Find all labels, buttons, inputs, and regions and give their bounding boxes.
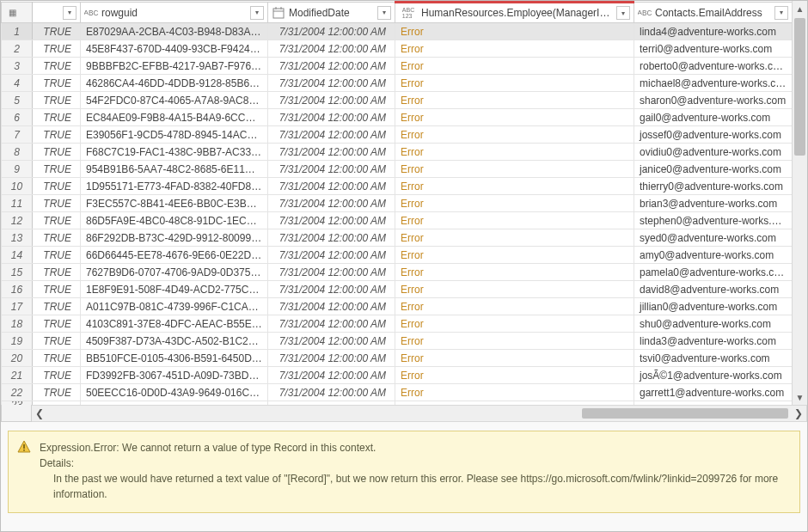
- row-number[interactable]: 10: [2, 178, 33, 195]
- cell-modifieddate[interactable]: 7/31/2004 12:00:00 AM: [268, 109, 395, 126]
- cell-bool[interactable]: TRUE: [33, 109, 81, 126]
- cell-rowguid[interactable]: BB510FCE-0105-4306-B591-6450D9EBF4…: [81, 350, 268, 367]
- cell-bool[interactable]: TRUE: [33, 350, 81, 367]
- cell-title-error[interactable]: Error: [395, 367, 634, 384]
- cell-title-error[interactable]: Error: [395, 161, 634, 178]
- cell-modifieddate[interactable]: 7/31/2004 12:00:00 AM: [268, 315, 395, 333]
- cell-title-error[interactable]: Error: [395, 264, 634, 281]
- cell-email[interactable]: david8@adventure-works.com: [634, 281, 793, 298]
- row-number[interactable]: 9: [2, 161, 33, 178]
- cell-bool[interactable]: TRUE: [33, 40, 81, 58]
- cell-modifieddate[interactable]: 7/31/2004 12:00:00 AM: [268, 178, 395, 195]
- cell-email[interactable]: linda3@adventure-works.com: [634, 333, 793, 350]
- cell-modifieddate[interactable]: 7/31/2004 12:00:00 AM: [268, 229, 395, 247]
- scroll-up-arrow[interactable]: ▲: [793, 1, 807, 16]
- row-number[interactable]: 1: [2, 23, 33, 40]
- cell-title-error[interactable]: Error: [395, 298, 634, 315]
- table-row[interactable]: 11TRUEF3EC557C-8B41-4EE6-BB0C-E3B93AFF81…: [2, 195, 793, 212]
- cell-modifieddate[interactable]: 7/31/2004 12:00:00 AM: [268, 247, 395, 264]
- table-row[interactable]: 12TRUE86D5FA9E-4BC0-48C8-91DC-1EC467418……: [2, 212, 793, 229]
- row-number[interactable]: 2: [2, 40, 33, 58]
- row-number[interactable]: 23: [2, 401, 33, 406]
- row-number[interactable]: 19: [2, 333, 33, 350]
- cell-title-error[interactable]: Error: [395, 109, 634, 126]
- cell-title-error[interactable]: Error: [395, 229, 634, 247]
- cell-modifieddate[interactable]: 7/31/2004 12:00:00 AM: [268, 40, 395, 58]
- cell-modifieddate[interactable]: 7/31/2004 12:00:00 AM: [268, 264, 395, 281]
- cell-email[interactable]: michael8@adventure-works.com: [634, 75, 793, 92]
- cell-rowguid[interactable]: 4509F387-D73A-43DC-A502-B1C27AA1D…: [81, 333, 268, 350]
- row-number[interactable]: 12: [2, 212, 33, 229]
- cell-bool[interactable]: TRUE: [33, 367, 81, 384]
- cell-title-error[interactable]: Error: [395, 315, 634, 333]
- row-number[interactable]: 21: [2, 367, 33, 384]
- row-number[interactable]: 22: [2, 384, 33, 401]
- cell-bool[interactable]: TRUE: [33, 229, 81, 247]
- cell-title-error[interactable]: Error: [395, 212, 634, 229]
- cell-title-error[interactable]: Error: [395, 195, 634, 212]
- row-number[interactable]: 6: [2, 109, 33, 126]
- table-row[interactable]: 13TRUE86F292DB-B73C-429D-9912-800994D80……: [2, 229, 793, 247]
- col-header-rowguid[interactable]: BC rowguid ▾: [81, 3, 268, 23]
- table-row[interactable]: 16TRUE1E8F9E91-508F-4D49-ACD2-775C836030…: [2, 281, 793, 298]
- cell-modifieddate[interactable]: 7/31/2004 12:00:00 AM: [268, 298, 395, 315]
- cell-rowguid[interactable]: 54F2FDC0-87C4-4065-A7A8-9AC8EA624…: [81, 92, 268, 109]
- cell-email[interactable]: janice0@adventure-works.com: [634, 161, 793, 178]
- cell-email[interactable]: terri0@adventure-works.com: [634, 40, 793, 58]
- filter-button[interactable]: ▾: [616, 6, 630, 20]
- table-row[interactable]: 3TRUE9BBBFB2C-EFBB-4217-9AB7-F976893288……: [2, 58, 793, 75]
- cell-modifieddate[interactable]: 7/31/2004 12:00:00 AM: [268, 212, 395, 229]
- cell-rowguid[interactable]: E87029AA-2CBA-4C03-B948-D83AF0313…: [81, 23, 268, 40]
- cell-email[interactable]: garrett1@adventure-works.com: [634, 384, 793, 401]
- cell-bool[interactable]: TRUE: [33, 92, 81, 109]
- cell-rowguid[interactable]: FD3992FB-3067-451D-A09D-73BD53C0F…: [81, 367, 268, 384]
- cell-modifieddate[interactable]: 7/31/2004 12:00:00 AM: [268, 58, 395, 75]
- cell-bool[interactable]: TRUE: [33, 315, 81, 333]
- table-row[interactable]: 4TRUE46286CA4-46DD-4DDB-9128-85B67E98D…7…: [2, 75, 793, 92]
- cell-title-error[interactable]: Error: [395, 126, 634, 144]
- cell-bool[interactable]: TRUE: [33, 264, 81, 281]
- cell-modifieddate[interactable]: 7/31/2004 12:00:00 AM: [268, 281, 395, 298]
- filter-button[interactable]: ▾: [250, 6, 264, 20]
- vscroll-thumb[interactable]: [794, 18, 805, 156]
- cell-title-error[interactable]: Error: [395, 350, 634, 367]
- cell-modifieddate[interactable]: 7/31/2004 12:00:00 AM: [268, 333, 395, 350]
- cell-rowguid[interactable]: 954B91B6-5AA7-48C2-8685-6E11C6E5C…: [81, 161, 268, 178]
- cell-bool[interactable]: TRUE: [33, 333, 81, 350]
- cell-email[interactable]: amy0@adventure-works.com: [634, 247, 793, 264]
- rownum-header[interactable]: ▦: [2, 3, 33, 23]
- row-number[interactable]: 11: [2, 195, 33, 212]
- cell-title-error[interactable]: Error: [395, 58, 634, 75]
- cell-modifieddate[interactable]: 7/31/2004 12:00:00 AM: [268, 367, 395, 384]
- row-number[interactable]: 16: [2, 281, 33, 298]
- cell-modifieddate[interactable]: 7/31/2004 12:00:00 AM: [268, 384, 395, 401]
- cell-email[interactable]: jillian0@adventure-works.com: [634, 298, 793, 315]
- scroll-left-arrow[interactable]: ❮: [32, 406, 47, 421]
- cell-email[interactable]: sharon0@adventure-works.com: [634, 92, 793, 109]
- cell-bool[interactable]: TRUE: [33, 178, 81, 195]
- table-row[interactable]: 17TRUEA011C97B-081C-4739-996F-C1CAC4532F…: [2, 298, 793, 315]
- cell-email[interactable]: ovidiu0@adventure-works.com: [634, 144, 793, 161]
- cell-bool[interactable]: TRUE: [33, 298, 81, 315]
- row-number[interactable]: 3: [2, 58, 33, 75]
- scroll-down-arrow[interactable]: ▼: [793, 389, 807, 405]
- cell-email[interactable]: gail0@adventure-works.com: [634, 109, 793, 126]
- table-row[interactable]: 9TRUE954B91B6-5AA7-48C2-8685-6E11C6E5C…7…: [2, 161, 793, 178]
- col-header-modifieddate[interactable]: ModifiedDate ▾: [268, 3, 395, 23]
- row-number[interactable]: 20: [2, 350, 33, 367]
- cell-modifieddate[interactable]: 7/31/2004 12:00:00 AM: [268, 350, 395, 367]
- cell-rowguid[interactable]: 86D5FA9E-4BC0-48C8-91DC-1EC467418…: [81, 212, 268, 229]
- cell-rowguid[interactable]: 9BBBFB2C-EFBB-4217-9AB7-F976893288…: [81, 58, 268, 75]
- cell-bool[interactable]: TRUE: [33, 161, 81, 178]
- cell-bool[interactable]: TRUE: [33, 212, 81, 229]
- cell-bool[interactable]: TRUE: [33, 195, 81, 212]
- cell-modifieddate[interactable]: 7/31/2004 12:00:00 AM: [268, 92, 395, 109]
- table-row[interactable]: 6TRUEEC84AE09-F9B8-4A15-B4A9-6CCBAB919…7…: [2, 109, 793, 126]
- horizontal-scrollbar[interactable]: ❮ ❯: [32, 405, 807, 422]
- table-row[interactable]: 14TRUE66D66445-EE78-4676-9E66-0E22D6109A…: [2, 247, 793, 264]
- table-row[interactable]: 19TRUE4509F387-D73A-43DC-A502-B1C27AA1D……: [2, 333, 793, 350]
- cell-modifieddate[interactable]: 7/31/2004 12:00:00 AM: [268, 161, 395, 178]
- cell-rowguid[interactable]: F68C7C19-FAC1-438C-9BB7-AC33FCC34…: [81, 144, 268, 161]
- table-row[interactable]: 18TRUE4103C891-37E8-4DFC-AEAC-B55E2BC1B……: [2, 315, 793, 333]
- cell-bool[interactable]: TRUE: [33, 23, 81, 40]
